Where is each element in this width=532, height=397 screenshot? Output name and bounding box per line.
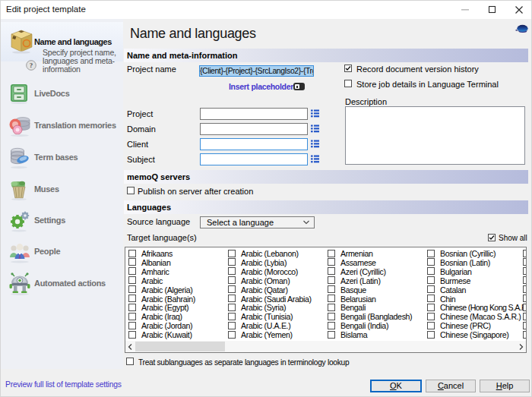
section-name-meta: Name and meta-information [124, 49, 528, 62]
page-heading: Name and languages [130, 26, 256, 42]
btn-cancel[interactable]: Cancel [426, 380, 476, 392]
nav-muses[interactable]: Muses [34, 184, 59, 194]
cb-lang-Azeri-Cyrillic-[interactable] [328, 267, 335, 275]
cb-treat-sublanguages[interactable] [126, 358, 134, 365]
subject-list-btn[interactable] [310, 154, 320, 164]
icon-settings [9, 210, 30, 232]
cb-lang-Arabic-Saudi-Arabia-[interactable] [228, 295, 236, 302]
cb-lang-Bislama[interactable] [328, 331, 335, 339]
title: Edit project template [6, 5, 86, 14]
section-memoq-servers: memoQ servers [124, 170, 528, 184]
cb-lang-Arabic-Algeria-[interactable] [128, 285, 136, 293]
client-input[interactable] [200, 138, 308, 150]
cb-lang-Arabic-Tunisia-[interactable] [228, 313, 236, 320]
cb-lang-Arabic-Lebanon-[interactable] [228, 250, 236, 257]
titlebar: Edit project template [1, 1, 531, 19]
description-box[interactable] [345, 106, 525, 165]
domain-input[interactable] [200, 123, 308, 135]
cb-lang-Bosnian-Cyrillic-[interactable] [427, 250, 435, 257]
cb-lang-Arabic[interactable] [128, 276, 136, 284]
nav-term-bases[interactable]: Term bases [34, 153, 78, 162]
toggle[interactable] [293, 83, 305, 90]
source-language-combo[interactable]: Select a language [200, 216, 315, 228]
svg-text:?: ? [30, 61, 33, 69]
cb-lang-Bulgarian[interactable] [427, 267, 435, 275]
cb-lang-Bengali-India-[interactable] [328, 322, 335, 329]
cb-publish[interactable] [127, 187, 135, 194]
cb-show-all[interactable] [488, 234, 496, 241]
icon-livedocs [9, 83, 30, 104]
sidebar: Name and languages ? Specify project nam… [1, 19, 123, 369]
project-name-input[interactable]: {Client}-{Project}-{SrcLangIso2}-{TrgL [199, 65, 314, 77]
cb-lang-Basque[interactable] [328, 285, 335, 293]
icon-termbases [8, 147, 31, 169]
cb-lang-Burmese[interactable] [427, 276, 435, 284]
cb-lang-Bengali-Bangladesh-[interactable] [328, 313, 335, 320]
target-languages-list: AfrikaansAlbanianAmharicArabicArabic (Al… [125, 247, 527, 353]
btn-help[interactable]: Help [480, 380, 530, 392]
cb-lang-Arabic-Qatar-[interactable] [228, 285, 236, 293]
cb-lang-Arabic-Syria-[interactable] [228, 304, 236, 311]
cb-lang-Catalan[interactable] [427, 285, 435, 293]
subject-input[interactable] [200, 153, 308, 165]
cb-lang-Arabic-Morocco-[interactable] [228, 267, 236, 275]
edit-project-template-dialog: Edit project template Name and languages… [0, 0, 532, 397]
section-languages: Languages [124, 200, 528, 214]
cb-lang-Azeri-Latin-[interactable] [328, 276, 335, 284]
cb-lang-Arabic-Egypt-[interactable] [128, 304, 136, 311]
cb-lang-Chin[interactable] [427, 295, 435, 302]
cb-lang-Arabic-Lybia-[interactable] [228, 258, 236, 266]
cb-record-history[interactable] [344, 65, 352, 72]
cb-lang-Amharic[interactable] [128, 267, 136, 275]
icon-people [8, 241, 31, 263]
cb-lang-Albanian[interactable] [128, 258, 136, 266]
project-list-btn[interactable] [310, 109, 320, 118]
client-list-btn[interactable] [310, 139, 320, 149]
icon-automated [8, 273, 31, 295]
project-input[interactable] [200, 108, 308, 120]
cb-lang-Arabic-Oman-[interactable] [228, 276, 236, 284]
insert-placeholder[interactable]: Insert placeholder [229, 82, 293, 91]
cb-lang-Chinese-Singapore-[interactable] [427, 331, 435, 339]
btn-ok[interactable]: OK [370, 380, 422, 392]
hscrollbar [125, 341, 526, 352]
cb-lang-Bengali[interactable] [328, 304, 335, 311]
cb-lang-Chinese-PRC-[interactable] [427, 322, 435, 329]
window-controls [457, 1, 531, 19]
cb-lang-Afrikaans[interactable] [128, 250, 136, 257]
nav-livedocs[interactable]: LiveDocs [34, 89, 70, 98]
nav-people[interactable]: People [34, 247, 60, 256]
nav-translation-memories[interactable]: Translation memories [34, 121, 116, 130]
domain-list-btn[interactable] [310, 124, 320, 134]
cb-lang-Chinese-Macao-S-A-R-[interactable] [427, 313, 435, 320]
lens-icon [515, 23, 530, 34]
nav-automated-actions[interactable]: Automated actions [34, 279, 106, 288]
cb-lang-Armenian[interactable] [328, 250, 335, 257]
preview-link[interactable]: Preview full list of template settings [5, 380, 122, 389]
cb-lang-Arabic-Bahrain-[interactable] [128, 295, 136, 302]
icon-tm [8, 115, 31, 137]
cb-lang-Assamese[interactable] [328, 258, 335, 266]
icon-muses [9, 178, 30, 200]
cb-lang-Bosnian-Latin-[interactable] [427, 258, 435, 266]
cb-lang-Belarusian[interactable] [328, 295, 335, 302]
cb-store-job[interactable] [344, 80, 352, 87]
cb-lang-Arabic-Jordan-[interactable] [128, 322, 136, 329]
cb-lang-Arabic-Kuwait-[interactable] [128, 331, 136, 339]
cb-lang-Chinese-Hong-Kong-S-A-R-[interactable] [427, 304, 435, 311]
cb-lang-Arabic-Iraq-[interactable] [128, 313, 136, 320]
cb-lang-Arabic-Yemen-[interactable] [228, 331, 236, 339]
nav-settings[interactable]: Settings [34, 216, 65, 225]
cb-lang-Arabic-U-A-E-[interactable] [228, 322, 236, 329]
